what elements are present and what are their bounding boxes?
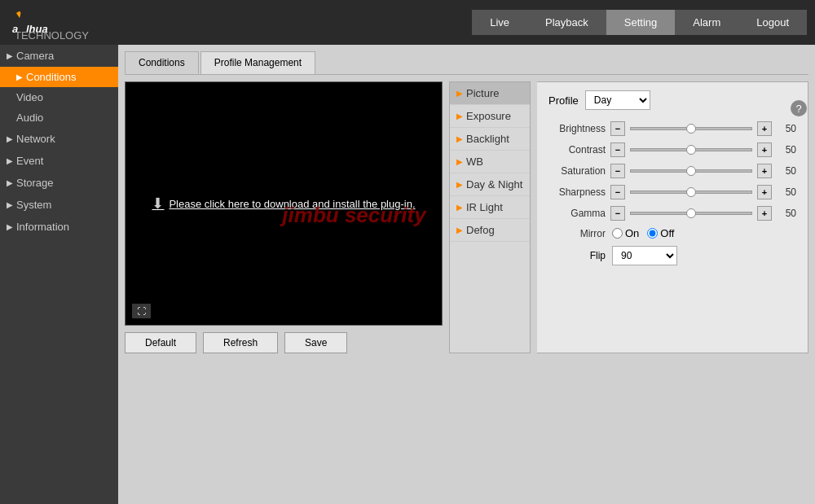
panel-container: ⬇ Please click here to download and inst… — [125, 81, 808, 353]
menu-item-ir-light[interactable]: ▶ IR Light — [450, 196, 530, 219]
mirror-off-label: Off — [660, 227, 674, 239]
menu-item-defog-label: Defog — [466, 224, 495, 236]
mirror-on-option[interactable]: On — [612, 227, 639, 239]
menu-item-defog[interactable]: ▶ Defog — [450, 219, 530, 242]
gamma-label: Gamma — [548, 208, 606, 219]
gamma-track[interactable] — [630, 212, 752, 215]
main-layout: ▶ Camera ▶ Conditions Video Audio ▶ Netw… — [0, 45, 815, 504]
mirror-off-radio[interactable] — [647, 228, 658, 239]
menu-item-day-night[interactable]: ▶ Day & Night — [450, 173, 530, 196]
saturation-decrease[interactable]: − — [610, 164, 625, 178]
defog-arrow: ▶ — [456, 226, 463, 234]
profile-select[interactable]: Day Night Normal — [585, 90, 650, 110]
sidebar-section-information[interactable]: ▶ Information — [0, 216, 118, 238]
sharpness-decrease[interactable]: − — [610, 185, 625, 199]
flip-row: Flip 90 180 270 — [548, 246, 796, 265]
gamma-value: 50 — [777, 208, 796, 219]
default-button[interactable]: Default — [125, 332, 196, 353]
sidebar-section-camera-label: Camera — [16, 50, 54, 62]
menu-item-wb[interactable]: ▶ WB — [450, 151, 530, 173]
gamma-thumb — [686, 208, 696, 218]
picture-arrow: ▶ — [456, 89, 463, 98]
sidebar-section-event[interactable]: ▶ Event — [0, 150, 118, 172]
picture-menu: ▶ Picture ▶ Exposure ▶ Backlight ▶ WB ▶ — [449, 81, 531, 353]
backlight-arrow: ▶ — [456, 134, 463, 143]
tab-logout[interactable]: Logout — [738, 10, 807, 35]
tab-live[interactable]: Live — [472, 10, 527, 35]
expand-arrow: ▶ — [7, 51, 13, 60]
sidebar-section-camera[interactable]: ▶ Camera — [0, 45, 118, 67]
brightness-decrease[interactable]: − — [610, 121, 625, 136]
menu-item-picture-label: Picture — [466, 87, 499, 99]
sidebar-section-network[interactable]: ▶ Network — [0, 128, 118, 150]
saturation-row: Saturation − + 50 — [548, 164, 796, 178]
wb-arrow: ▶ — [456, 157, 463, 166]
storage-arrow: ▶ — [7, 178, 13, 187]
contrast-row: Contrast − + 50 — [548, 142, 796, 157]
event-arrow: ▶ — [7, 156, 13, 165]
sidebar-item-conditions[interactable]: ▶ Conditions — [0, 67, 118, 87]
contrast-track[interactable] — [630, 148, 752, 151]
help-icon[interactable]: ? — [791, 100, 807, 116]
gamma-increase[interactable]: + — [757, 206, 772, 221]
brightness-value: 50 — [777, 123, 796, 134]
gamma-row: Gamma − + 50 — [548, 206, 796, 221]
tab-alarm[interactable]: Alarm — [675, 10, 738, 35]
sidebar-section-information-label: Information — [16, 221, 69, 233]
logo: a lhua TECHNOLOGY — [8, 7, 106, 39]
info-arrow: ▶ — [7, 222, 13, 231]
flip-select[interactable]: 90 180 270 — [612, 246, 677, 265]
sidebar: ▶ Camera ▶ Conditions Video Audio ▶ Netw… — [0, 45, 118, 504]
brightness-row: Brightness − + 50 — [548, 121, 796, 136]
sidebar-item-video-label: Video — [16, 91, 43, 103]
brightness-track[interactable] — [630, 127, 752, 130]
mirror-radio-group: On Off — [612, 227, 674, 239]
menu-item-backlight[interactable]: ▶ Backlight — [450, 128, 530, 151]
sidebar-section-storage[interactable]: ▶ Storage — [0, 172, 118, 194]
fullscreen-button[interactable]: ⛶ — [132, 304, 151, 318]
system-arrow: ▶ — [7, 200, 13, 209]
saturation-increase[interactable]: + — [757, 164, 772, 178]
network-arrow: ▶ — [7, 134, 13, 143]
brightness-increase[interactable]: + — [757, 121, 772, 136]
sidebar-item-conditions-label: Conditions — [26, 71, 76, 83]
video-controls: ⛶ — [132, 304, 151, 318]
saturation-track[interactable] — [630, 169, 752, 173]
day-night-arrow: ▶ — [456, 180, 463, 189]
svg-text:TECHNOLOGY: TECHNOLOGY — [15, 29, 89, 39]
sidebar-item-audio-label: Audio — [16, 112, 43, 124]
tab-playback[interactable]: Playback — [527, 10, 606, 35]
sidebar-item-audio[interactable]: Audio — [0, 107, 118, 128]
mirror-off-option[interactable]: Off — [647, 227, 674, 239]
sidebar-section-system[interactable]: ▶ System — [0, 194, 118, 216]
sharpness-increase[interactable]: + — [757, 185, 772, 199]
saturation-label: Saturation — [548, 165, 606, 177]
saturation-thumb — [686, 166, 696, 176]
sidebar-section-storage-label: Storage — [16, 177, 54, 189]
settings-panel: Profile Day Night Normal Brightness − + — [537, 81, 808, 353]
contrast-increase[interactable]: + — [757, 142, 772, 157]
sidebar-item-video[interactable]: Video — [0, 87, 118, 107]
profile-label: Profile — [548, 94, 579, 107]
nav-tabs: Live Playback Setting Alarm Logout — [472, 10, 807, 35]
active-arrow: ▶ — [16, 72, 23, 81]
gamma-decrease[interactable]: − — [610, 206, 625, 221]
sharpness-track[interactable] — [630, 191, 752, 194]
menu-item-exposure[interactable]: ▶ Exposure — [450, 105, 530, 128]
content-tabs: Conditions Profile Management — [125, 51, 808, 75]
menu-item-day-night-label: Day & Night — [466, 178, 522, 191]
menu-item-picture[interactable]: ▶ Picture — [450, 82, 530, 105]
tab-setting[interactable]: Setting — [606, 10, 675, 35]
tab-profile-management[interactable]: Profile Management — [200, 51, 315, 74]
sharpness-thumb — [686, 187, 696, 197]
sidebar-section-event-label: Event — [16, 155, 43, 167]
brightness-label: Brightness — [548, 123, 606, 134]
refresh-button[interactable]: Refresh — [203, 332, 278, 353]
sidebar-section-network-label: Network — [16, 133, 55, 145]
tab-conditions[interactable]: Conditions — [125, 51, 199, 74]
contrast-decrease[interactable]: − — [610, 142, 625, 157]
save-button[interactable]: Save — [284, 332, 347, 353]
mirror-on-radio[interactable] — [612, 228, 623, 239]
video-area[interactable]: ⬇ Please click here to download and inst… — [125, 81, 443, 326]
brightness-thumb — [686, 124, 696, 134]
